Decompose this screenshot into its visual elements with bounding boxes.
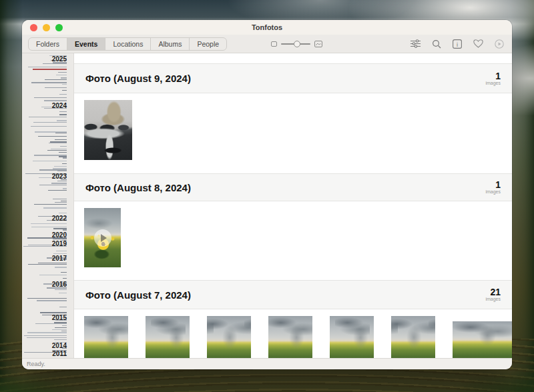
timeline-histogram-bar [61,201,67,201]
timeline-histogram-bar [55,327,67,328]
timeline-histogram-bar [27,332,67,333]
tab-albums[interactable]: Albums [151,38,190,50]
timeline-histogram-bar [59,152,67,153]
timeline-histogram-bar [39,185,67,185]
slideshow-play-icon[interactable] [495,39,504,49]
tab-folders[interactable]: Folders [29,38,67,50]
thumbnail-zoom-slider [271,35,322,53]
timeline-histogram-bar [44,100,67,101]
timeline-histogram-bar [40,312,67,313]
tab-events[interactable]: Events [67,38,105,50]
timeline-histogram-bar [61,331,67,331]
timeline-histogram-bar [59,307,67,307]
adjust-filters-icon[interactable] [411,39,421,48]
event-gallery [74,201,512,280]
timeline-histogram-bar [61,77,67,79]
zoom-slider-track[interactable] [281,43,310,45]
timeline-histogram-bar [38,136,67,137]
event-header[interactable]: Фото (August 8, 2024)1images [74,173,512,201]
timeline-histogram-bar [62,84,67,85]
timeline-histogram-bar [28,264,67,265]
titlebar[interactable]: Tonfotos [22,20,512,35]
timeline-histogram-bar [27,298,67,299]
timeline-histogram-bar [51,149,67,149]
tab-people[interactable]: People [190,38,226,50]
timeline-histogram-bar [43,63,67,64]
timeline-histogram-bar [37,300,67,301]
timeline-year-2024[interactable]: 2024 [52,103,67,109]
timeline-histogram-bar [57,120,67,121]
timeline-histogram-bar [60,146,67,147]
timeline-histogram-bar [33,69,67,70]
info-icon[interactable]: i [453,39,462,49]
tab-locations[interactable]: Locations [105,38,151,50]
timeline-histogram-bar [53,199,67,199]
event-image-count: 21images [485,287,501,302]
toolbar-icons: i [411,39,504,49]
window-body: 2025202420232022202020192017201620152014… [22,53,512,358]
event-title: Фото (August 9, 2024) [85,73,191,84]
timeline-year-2022[interactable]: 2022 [52,215,67,222]
timeline-histogram-bar [31,126,67,127]
sunflower-field-photo-thumbnail[interactable] [146,316,190,358]
timeline-histogram-bar [59,114,67,115]
content-top-spacer [74,53,512,63]
timeline-year-2015[interactable]: 2015 [52,315,67,321]
timeline-sidebar[interactable]: 2025202420232022202020192017201620152014… [22,53,74,358]
timeline-histogram-bar [27,337,67,338]
timeline-histogram-bar [59,293,67,293]
sunflower-field-photo-thumbnail[interactable] [268,316,312,358]
sunflower-field-photo-thumbnail[interactable] [84,316,128,358]
timeline-histogram-bar [59,111,67,112]
city-street-photo-thumbnail[interactable] [84,100,132,160]
event-count-number: 1 [485,180,501,189]
search-icon[interactable] [432,39,441,49]
timeline-histogram-bar [63,229,67,231]
timeline-year-2017[interactable]: 2017 [52,255,67,262]
timeline-year-2023[interactable]: 2023 [52,173,67,180]
event-title: Фото (August 7, 2024) [85,289,191,301]
sunflower-field-photo-thumbnail[interactable] [330,316,374,358]
timeline-histogram-bar [24,335,67,336]
sunflower-field-photo-thumbnail[interactable] [207,316,251,358]
tonfotos-window: Tonfotos FoldersEventsLocationsAlbumsPeo… [22,20,512,369]
timeline-histogram-bar [55,202,67,203]
zoom-slider-knob[interactable] [294,41,300,47]
timeline-histogram-bar [57,181,67,181]
status-bar: Ready. [22,358,512,369]
timeline-histogram-bar [62,163,67,164]
status-text: Ready. [27,361,45,367]
favorites-heart-icon[interactable] [473,39,483,48]
timeline-histogram-bar [51,183,67,184]
timeline-year-2016[interactable]: 2016 [52,281,67,288]
event-count-unit: images [485,189,501,195]
timeline-histogram-bar [45,87,67,88]
window-title: Tonfotos [22,23,512,31]
event-gallery [74,93,512,173]
event-header[interactable]: Фото (August 9, 2024)1images [74,63,512,93]
timeline-histogram-bar [62,325,67,326]
timeline-year-2025[interactable]: 2025 [52,56,67,63]
timeline-histogram-bar [62,90,67,91]
event-count-unit: images [485,81,501,86]
timeline-histogram-bar [58,72,67,73]
sunflower-field-video-thumbnail[interactable] [84,208,121,267]
timeline-year-2019[interactable]: 2019 [52,241,67,247]
sunflower-field-photo-thumbnail[interactable] [391,316,435,358]
thumbnail-large-icon [314,41,322,47]
timeline-year-2014[interactable]: 2014 [52,343,67,349]
event-header[interactable]: Фото (August 7, 2024)21images [74,280,512,309]
timeline-histogram-bar [63,188,67,189]
timeline-histogram-bar [49,143,67,143]
timeline-histogram-bar [56,251,67,251]
timeline-histogram-bar [53,239,67,239]
timeline-histogram-bar [59,94,67,95]
sunflower-field-photo-wide-thumbnail[interactable] [453,321,512,358]
toolbar: FoldersEventsLocationsAlbumsPeople [22,35,512,53]
timeline-histogram-bar [55,289,67,290]
event-count-number: 21 [485,287,501,297]
timeline-histogram-bar [33,161,67,161]
timeline-histogram-bar [63,278,67,279]
timeline-year-2011[interactable]: 2011 [52,351,67,357]
timeline-year-2020[interactable]: 2020 [52,232,67,239]
